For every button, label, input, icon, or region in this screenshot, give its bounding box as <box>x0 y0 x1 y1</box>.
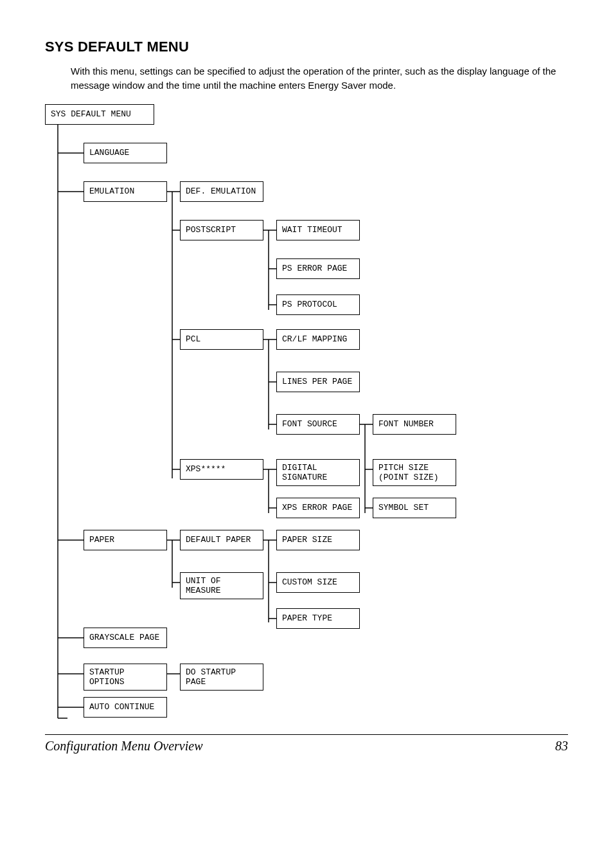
node-do-startup-page: DO STARTUP PAGE <box>180 664 263 691</box>
node-grayscale-page: GRAYSCALE PAGE <box>84 628 167 648</box>
node-xps: XPS***** <box>180 459 263 480</box>
node-startup-options: STARTUP OPTIONS <box>84 664 167 691</box>
node-paper-size: PAPER SIZE <box>276 530 360 550</box>
node-lines-per-page: LINES PER PAGE <box>276 372 360 392</box>
footer-page-number: 83 <box>555 739 568 754</box>
node-font-number: FONT NUMBER <box>373 414 456 435</box>
node-postscript: POSTSCRIPT <box>180 220 263 240</box>
page-footer: Configuration Menu Overview 83 <box>45 735 568 754</box>
node-emulation: EMULATION <box>84 181 167 202</box>
node-language: LANGUAGE <box>84 143 167 163</box>
node-crlf: CR/LF MAPPING <box>276 329 360 350</box>
intro-paragraph: With this menu, settings can be specifie… <box>71 64 568 93</box>
node-font-source: FONT SOURCE <box>276 414 360 435</box>
node-symbol-set: SYMBOL SET <box>373 498 456 518</box>
menu-tree: SYS DEFAULT MENU LANGUAGE EMULATION DEF.… <box>45 104 572 721</box>
node-xps-error-page: XPS ERROR PAGE <box>276 498 360 518</box>
node-def-emulation: DEF. EMULATION <box>180 181 263 202</box>
node-ps-protocol: PS PROTOCOL <box>276 294 360 315</box>
footer-title: Configuration Menu Overview <box>45 739 203 754</box>
node-pitch-size: PITCH SIZE (POINT SIZE) <box>373 459 456 486</box>
node-root: SYS DEFAULT MENU <box>45 104 154 125</box>
node-paper: PAPER <box>84 530 167 550</box>
node-ps-error-page: PS ERROR PAGE <box>276 258 360 279</box>
node-digital-signature: DIGITAL SIGNATURE <box>276 459 360 486</box>
node-auto-continue: AUTO CONTINUE <box>84 697 167 718</box>
node-pcl: PCL <box>180 329 263 350</box>
node-paper-type: PAPER TYPE <box>276 608 360 629</box>
section-heading: SYS DEFAULT MENU <box>45 39 568 55</box>
node-default-paper: DEFAULT PAPER <box>180 530 263 550</box>
node-custom-size: CUSTOM SIZE <box>276 572 360 593</box>
node-wait-timeout: WAIT TIMEOUT <box>276 220 360 240</box>
node-unit-of-measure: UNIT OF MEASURE <box>180 572 263 599</box>
